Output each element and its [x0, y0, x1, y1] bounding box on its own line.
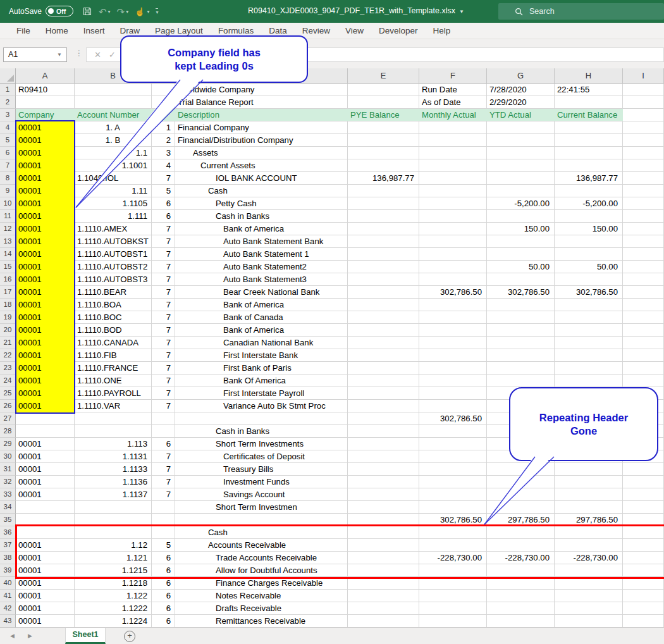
cell-B11[interactable]: 1.111 — [75, 210, 152, 223]
cell-D6[interactable]: Assets — [175, 147, 348, 159]
cell-D14[interactable]: Auto Bank Statement 1 — [175, 248, 348, 261]
cell-C1[interactable] — [152, 84, 175, 96]
cell-D3[interactable]: Description — [175, 109, 348, 121]
cell-C14[interactable]: 7 — [152, 248, 175, 261]
row-header-26[interactable]: 26 — [0, 400, 16, 412]
cell-D29[interactable]: Short Term Investments — [175, 438, 348, 450]
cell-D19[interactable]: Bank of Canada — [175, 311, 348, 324]
cell-C16[interactable]: 7 — [152, 273, 175, 286]
cell-A41[interactable]: 00001 — [16, 590, 75, 602]
cell-A37[interactable]: 00001 — [16, 539, 75, 552]
cell-I11[interactable] — [623, 210, 664, 223]
cell-A2[interactable] — [16, 96, 75, 109]
cell-D33[interactable]: Savings Account — [175, 488, 348, 501]
cell-B39[interactable]: 1.1215 — [75, 564, 152, 577]
cell-D16[interactable]: Auto Bank Statement3 — [175, 273, 348, 286]
cell-A3[interactable]: Company — [16, 109, 75, 121]
cell-E13[interactable] — [348, 235, 419, 248]
cell-D13[interactable]: Auto Bank Statement Bank — [175, 235, 348, 248]
cell-F4[interactable] — [419, 121, 487, 134]
cell-B13[interactable]: 1.1110.AUTOBKST — [75, 235, 152, 248]
cell-H5[interactable] — [555, 134, 623, 147]
cell-E42[interactable] — [348, 602, 419, 615]
cell-B2[interactable] — [75, 96, 152, 109]
cell-B22[interactable]: 1.1110.FIB — [75, 349, 152, 362]
cell-B23[interactable]: 1.1110.FRANCE — [75, 362, 152, 375]
cell-H6[interactable] — [555, 147, 623, 159]
cell-C3[interactable] — [152, 109, 175, 121]
cell-B34[interactable] — [75, 501, 152, 514]
cell-I16[interactable] — [623, 273, 664, 286]
cell-I32[interactable] — [623, 476, 664, 488]
cell-C9[interactable]: 5 — [152, 185, 175, 197]
cell-C24[interactable]: 7 — [152, 375, 175, 387]
row-header-35[interactable]: 35 — [0, 514, 16, 526]
cell-B30[interactable]: 1.1131 — [75, 450, 152, 463]
cell-D30[interactable]: Certificates of Deposit — [175, 450, 348, 463]
cell-C7[interactable]: 4 — [152, 159, 175, 172]
row-header-11[interactable]: 11 — [0, 210, 16, 223]
cell-F22[interactable] — [419, 349, 487, 362]
search-box[interactable]: Search — [498, 3, 664, 20]
name-box[interactable]: A1 ▼ — [3, 47, 67, 62]
cell-E9[interactable] — [348, 185, 419, 197]
cell-I34[interactable] — [623, 501, 664, 514]
cell-G39[interactable] — [487, 564, 555, 577]
cell-C30[interactable]: 7 — [152, 450, 175, 463]
cell-H24[interactable] — [555, 375, 623, 387]
cell-E27[interactable] — [348, 412, 419, 425]
cell-H16[interactable] — [555, 273, 623, 286]
cell-E40[interactable] — [348, 577, 419, 590]
cell-B6[interactable]: 1.1 — [75, 147, 152, 159]
cell-E8[interactable]: 136,987.77 — [348, 172, 419, 185]
callout-repeating-header[interactable]: Repeating Header Gone — [509, 387, 658, 461]
cell-B3[interactable]: Account Number — [75, 109, 152, 121]
cell-A7[interactable]: 00001 — [16, 159, 75, 172]
cell-A25[interactable]: 00001 — [16, 387, 75, 400]
cell-F15[interactable] — [419, 261, 487, 273]
cell-B33[interactable]: 1.1137 — [75, 488, 152, 501]
row-header-43[interactable]: 43 — [0, 615, 16, 628]
cell-G6[interactable] — [487, 147, 555, 159]
cell-A34[interactable] — [16, 501, 75, 514]
cell-A22[interactable]: 00001 — [16, 349, 75, 362]
cell-B12[interactable]: 1.1110.AMEX — [75, 223, 152, 235]
cell-G21[interactable] — [487, 337, 555, 349]
row-header-8[interactable]: 8 — [0, 172, 16, 185]
row-header-15[interactable]: 15 — [0, 261, 16, 273]
cell-G15[interactable]: 50.00 — [487, 261, 555, 273]
cell-C12[interactable]: 7 — [152, 223, 175, 235]
cell-F17[interactable]: 302,786.50 — [419, 286, 487, 299]
cell-E6[interactable] — [348, 147, 419, 159]
cell-G40[interactable] — [487, 577, 555, 590]
cell-B27[interactable] — [75, 412, 152, 425]
cell-G42[interactable] — [487, 602, 555, 615]
cell-H13[interactable] — [555, 235, 623, 248]
cell-E26[interactable] — [348, 400, 419, 412]
cell-C26[interactable]: 7 — [152, 400, 175, 412]
cell-G43[interactable] — [487, 615, 555, 628]
cell-D18[interactable]: Bank of America — [175, 299, 348, 311]
cell-H9[interactable] — [555, 185, 623, 197]
row-header-20[interactable]: 20 — [0, 324, 16, 337]
cell-E23[interactable] — [348, 362, 419, 375]
cell-E29[interactable] — [348, 438, 419, 450]
cell-A24[interactable]: 00001 — [16, 375, 75, 387]
cell-A40[interactable]: 00001 — [16, 577, 75, 590]
cell-A13[interactable]: 00001 — [16, 235, 75, 248]
cell-G9[interactable] — [487, 185, 555, 197]
cell-C20[interactable]: 7 — [152, 324, 175, 337]
cell-E10[interactable] — [348, 197, 419, 210]
row-header-16[interactable]: 16 — [0, 273, 16, 286]
cell-H14[interactable] — [555, 248, 623, 261]
cell-I36[interactable] — [623, 526, 664, 539]
row-header-17[interactable]: 17 — [0, 286, 16, 299]
cell-E25[interactable] — [348, 387, 419, 400]
cell-A36[interactable] — [16, 526, 75, 539]
cell-G2[interactable]: 2/29/2020 — [487, 96, 555, 109]
cell-F9[interactable] — [419, 185, 487, 197]
cell-A28[interactable] — [16, 425, 75, 438]
cell-D26[interactable]: Variance Auto Bk Stmt Proc — [175, 400, 348, 412]
cell-H2[interactable] — [555, 96, 623, 109]
cell-H31[interactable] — [555, 463, 623, 476]
